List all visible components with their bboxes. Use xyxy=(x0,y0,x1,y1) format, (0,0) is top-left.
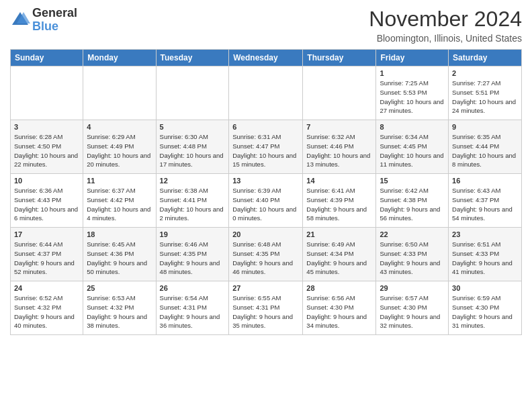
day-number: 10 xyxy=(14,177,79,185)
day-number: 22 xyxy=(380,230,445,238)
day-info: Sunrise: 6:31 AM Sunset: 4:47 PM Dayligh… xyxy=(232,132,299,169)
day-info: Sunrise: 6:49 AM Sunset: 4:34 PM Dayligh… xyxy=(306,240,372,277)
day-info: Sunrise: 6:55 AM Sunset: 4:31 PM Dayligh… xyxy=(232,293,299,330)
day-number: 8 xyxy=(380,123,445,131)
calendar-week-2: 3Sunrise: 6:28 AM Sunset: 4:50 PM Daylig… xyxy=(11,120,522,174)
calendar-cell: 11Sunrise: 6:37 AM Sunset: 4:42 PM Dayli… xyxy=(83,174,156,228)
day-info: Sunrise: 6:30 AM Sunset: 4:48 PM Dayligh… xyxy=(160,132,226,169)
day-number: 23 xyxy=(452,230,518,238)
logo-blue: Blue xyxy=(32,19,58,33)
col-header-monday: Monday xyxy=(83,50,156,66)
day-number: 29 xyxy=(380,284,445,292)
col-header-tuesday: Tuesday xyxy=(156,50,229,66)
calendar-cell: 30Sunrise: 6:59 AM Sunset: 4:30 PM Dayli… xyxy=(449,281,522,335)
calendar-cell xyxy=(303,66,376,120)
header: General Blue November 2024 Bloomington, … xyxy=(10,7,522,44)
day-number: 30 xyxy=(452,284,518,292)
day-number: 11 xyxy=(87,177,152,185)
day-info: Sunrise: 6:48 AM Sunset: 4:35 PM Dayligh… xyxy=(232,240,299,277)
calendar-cell: 9Sunrise: 6:35 AM Sunset: 4:44 PM Daylig… xyxy=(449,120,522,174)
calendar-cell: 22Sunrise: 6:50 AM Sunset: 4:33 PM Dayli… xyxy=(376,228,449,281)
calendar-cell: 15Sunrise: 6:42 AM Sunset: 4:38 PM Dayli… xyxy=(376,174,449,228)
day-info: Sunrise: 6:50 AM Sunset: 4:33 PM Dayligh… xyxy=(380,240,445,277)
day-info: Sunrise: 6:38 AM Sunset: 4:41 PM Dayligh… xyxy=(160,186,226,223)
day-info: Sunrise: 6:29 AM Sunset: 4:49 PM Dayligh… xyxy=(87,132,152,169)
day-info: Sunrise: 6:44 AM Sunset: 4:37 PM Dayligh… xyxy=(14,240,79,277)
day-number: 17 xyxy=(14,230,79,238)
logo-general: General xyxy=(32,6,77,19)
day-info: Sunrise: 6:32 AM Sunset: 4:46 PM Dayligh… xyxy=(306,132,372,169)
calendar-cell: 25Sunrise: 6:53 AM Sunset: 4:32 PM Dayli… xyxy=(83,281,156,335)
calendar-cell: 7Sunrise: 6:32 AM Sunset: 4:46 PM Daylig… xyxy=(303,120,376,174)
day-number: 28 xyxy=(306,284,372,292)
day-info: Sunrise: 6:57 AM Sunset: 4:30 PM Dayligh… xyxy=(380,293,445,330)
col-header-friday: Friday xyxy=(376,50,449,66)
day-info: Sunrise: 6:53 AM Sunset: 4:32 PM Dayligh… xyxy=(87,293,152,330)
calendar-cell: 29Sunrise: 6:57 AM Sunset: 4:30 PM Dayli… xyxy=(376,281,449,335)
day-info: Sunrise: 6:51 AM Sunset: 4:33 PM Dayligh… xyxy=(452,240,518,277)
day-info: Sunrise: 6:54 AM Sunset: 4:31 PM Dayligh… xyxy=(160,293,226,330)
calendar-week-5: 24Sunrise: 6:52 AM Sunset: 4:32 PM Dayli… xyxy=(11,281,522,335)
day-number: 3 xyxy=(14,123,79,131)
calendar-week-4: 17Sunrise: 6:44 AM Sunset: 4:37 PM Dayli… xyxy=(11,228,522,281)
calendar-cell: 6Sunrise: 6:31 AM Sunset: 4:47 PM Daylig… xyxy=(229,120,303,174)
day-info: Sunrise: 6:46 AM Sunset: 4:35 PM Dayligh… xyxy=(160,240,226,277)
calendar-cell: 17Sunrise: 6:44 AM Sunset: 4:37 PM Dayli… xyxy=(11,228,83,281)
day-number: 16 xyxy=(452,177,518,185)
calendar-cell: 20Sunrise: 6:48 AM Sunset: 4:35 PM Dayli… xyxy=(229,228,303,281)
day-number: 12 xyxy=(160,177,226,185)
col-header-thursday: Thursday xyxy=(303,50,376,66)
day-number: 9 xyxy=(452,123,518,131)
calendar-cell: 21Sunrise: 6:49 AM Sunset: 4:34 PM Dayli… xyxy=(303,228,376,281)
calendar-cell xyxy=(156,66,229,120)
day-number: 27 xyxy=(232,284,299,292)
calendar-cell: 18Sunrise: 6:45 AM Sunset: 4:36 PM Dayli… xyxy=(83,228,156,281)
day-number: 4 xyxy=(87,123,152,131)
day-number: 20 xyxy=(232,230,299,238)
calendar-cell: 4Sunrise: 6:29 AM Sunset: 4:49 PM Daylig… xyxy=(83,120,156,174)
logo: General Blue xyxy=(10,7,77,34)
day-number: 15 xyxy=(380,177,445,185)
day-number: 19 xyxy=(160,230,226,238)
day-info: Sunrise: 6:45 AM Sunset: 4:36 PM Dayligh… xyxy=(87,240,152,277)
logo-text: General Blue xyxy=(32,7,77,34)
col-header-saturday: Saturday xyxy=(449,50,522,66)
day-number: 14 xyxy=(306,177,372,185)
calendar-week-3: 10Sunrise: 6:36 AM Sunset: 4:43 PM Dayli… xyxy=(11,174,522,228)
col-header-wednesday: Wednesday xyxy=(229,50,303,66)
day-info: Sunrise: 6:35 AM Sunset: 4:44 PM Dayligh… xyxy=(452,132,518,169)
calendar-cell: 12Sunrise: 6:38 AM Sunset: 4:41 PM Dayli… xyxy=(156,174,229,228)
calendar-cell: 3Sunrise: 6:28 AM Sunset: 4:50 PM Daylig… xyxy=(11,120,83,174)
calendar-cell: 8Sunrise: 6:34 AM Sunset: 4:45 PM Daylig… xyxy=(376,120,449,174)
day-info: Sunrise: 6:28 AM Sunset: 4:50 PM Dayligh… xyxy=(14,132,79,169)
calendar-cell xyxy=(83,66,156,120)
title-block: November 2024 Bloomington, Illinois, Uni… xyxy=(369,7,522,44)
day-info: Sunrise: 6:42 AM Sunset: 4:38 PM Dayligh… xyxy=(380,186,445,223)
col-header-sunday: Sunday xyxy=(11,50,83,66)
day-number: 26 xyxy=(160,284,226,292)
day-info: Sunrise: 7:25 AM Sunset: 5:53 PM Dayligh… xyxy=(380,79,445,116)
day-number: 2 xyxy=(452,69,518,77)
day-number: 21 xyxy=(306,230,372,238)
day-number: 7 xyxy=(306,123,372,131)
calendar-header-row: SundayMondayTuesdayWednesdayThursdayFrid… xyxy=(11,50,522,66)
day-info: Sunrise: 6:34 AM Sunset: 4:45 PM Dayligh… xyxy=(380,132,445,169)
calendar-cell xyxy=(229,66,303,120)
day-number: 18 xyxy=(87,230,152,238)
day-number: 13 xyxy=(232,177,299,185)
calendar-cell: 16Sunrise: 6:43 AM Sunset: 4:37 PM Dayli… xyxy=(449,174,522,228)
day-number: 25 xyxy=(87,284,152,292)
day-info: Sunrise: 6:36 AM Sunset: 4:43 PM Dayligh… xyxy=(14,186,79,223)
calendar-cell: 19Sunrise: 6:46 AM Sunset: 4:35 PM Dayli… xyxy=(156,228,229,281)
day-info: Sunrise: 6:39 AM Sunset: 4:40 PM Dayligh… xyxy=(232,186,299,223)
day-number: 6 xyxy=(232,123,299,131)
day-info: Sunrise: 7:27 AM Sunset: 5:51 PM Dayligh… xyxy=(452,79,518,116)
calendar-cell: 10Sunrise: 6:36 AM Sunset: 4:43 PM Dayli… xyxy=(11,174,83,228)
calendar-cell: 13Sunrise: 6:39 AM Sunset: 4:40 PM Dayli… xyxy=(229,174,303,228)
calendar-cell: 5Sunrise: 6:30 AM Sunset: 4:48 PM Daylig… xyxy=(156,120,229,174)
day-info: Sunrise: 6:41 AM Sunset: 4:39 PM Dayligh… xyxy=(306,186,372,223)
calendar-week-1: 1Sunrise: 7:25 AM Sunset: 5:53 PM Daylig… xyxy=(11,66,522,120)
calendar-cell xyxy=(11,66,83,120)
calendar-cell: 2Sunrise: 7:27 AM Sunset: 5:51 PM Daylig… xyxy=(449,66,522,120)
calendar-cell: 24Sunrise: 6:52 AM Sunset: 4:32 PM Dayli… xyxy=(11,281,83,335)
